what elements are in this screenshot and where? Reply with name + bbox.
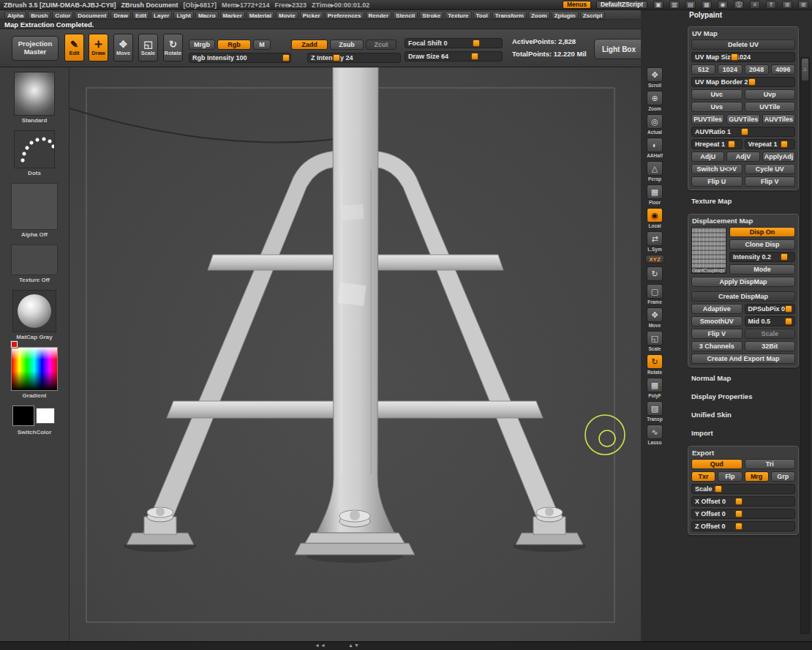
hrepeat-slider[interactable]: Hrepeat 1 (691, 139, 743, 149)
frame-icon[interactable]: ▢ (647, 284, 663, 299)
menu-edit[interactable]: Edit (132, 11, 149, 19)
zscript-badge-icon[interactable]: Ⓢ (734, 1, 744, 9)
export-mrg-button[interactable]: Mrg (745, 471, 769, 482)
shelf-polyf[interactable]: ▦PolyF (647, 378, 663, 398)
shelf-frame[interactable]: ▢Frame (647, 284, 663, 305)
menu-draw[interactable]: Draw (110, 11, 131, 19)
create-dispmap-button[interactable]: Create DispMap (691, 291, 795, 302)
bottom-scroll-left-icon[interactable]: ◄◄ (315, 643, 326, 648)
z-intensity-slider[interactable]: Z Intensity 24 (307, 53, 401, 63)
menus-button[interactable]: Menus (563, 1, 591, 9)
menu-stroke[interactable]: Stroke (419, 11, 443, 19)
menu-alpha[interactable]: Alpha (4, 11, 26, 19)
menu-marker[interactable]: Marker (220, 11, 245, 19)
focal-shift-slider[interactable]: Focal Shift 0 (405, 38, 503, 48)
uv-map-border-handle[interactable] (748, 78, 756, 86)
applyadj-button[interactable]: ApplyAdj (762, 152, 795, 162)
delete-uv-button[interactable]: Delete UV (691, 40, 795, 50)
menu-layer[interactable]: Layer (151, 11, 172, 19)
panels-icon[interactable]: ▥ (669, 1, 680, 9)
disp-scale-button[interactable]: Scale (745, 329, 796, 339)
texture-selector[interactable]: Texture Off (11, 244, 58, 283)
export-title[interactable]: Export (692, 449, 795, 457)
texture-map-section-header[interactable]: Texture Map (688, 195, 799, 206)
export-txr-button[interactable]: Txr (691, 471, 715, 482)
zsub-button[interactable]: Zsub (330, 40, 364, 50)
color-gradient-picker[interactable]: Gradient (11, 347, 58, 399)
z-offset-slider[interactable]: Z Offset 0 (691, 521, 795, 531)
disp-flip-v-button[interactable]: Flip V (691, 329, 743, 339)
shelf-zoom[interactable]: ⊕Zoom (647, 91, 663, 111)
move-3d-icon[interactable]: ✥ (647, 307, 663, 322)
uv-map-border-slider[interactable]: UV Map Border 2 (691, 77, 795, 87)
menu-brush[interactable]: Brush (28, 11, 50, 19)
mid-handle[interactable] (785, 318, 792, 325)
lsym-icon[interactable]: ⇄ (647, 231, 663, 246)
edit-button[interactable]: ✎ Edit (64, 34, 84, 61)
shelf-move[interactable]: ✥Move (647, 307, 663, 328)
material-selector[interactable]: MatCap Gray (12, 290, 56, 340)
window-tile-icon[interactable]: ⊞ (782, 1, 792, 9)
rgb-button[interactable]: Rgb (217, 40, 251, 50)
menu-picker[interactable]: Picker (300, 11, 323, 19)
aahalf-icon[interactable]: ◐ (647, 138, 663, 152)
flip-u-button[interactable]: Flip U (691, 176, 743, 187)
main-color-swatch[interactable] (12, 406, 34, 426)
transparency-icon[interactable]: ▨ (647, 401, 663, 416)
shelf-floor[interactable]: ▦Floor (647, 184, 663, 205)
default-zscript-button[interactable]: DefaultZScript (596, 1, 647, 9)
switch-color-swatches[interactable] (11, 406, 58, 427)
doc-pages-icon[interactable]: ▤ (685, 1, 696, 9)
shelf-spin[interactable]: ↻ (647, 266, 663, 281)
menu-zoom[interactable]: Zoom (528, 11, 550, 19)
lasso-icon[interactable]: ∿ (647, 425, 663, 439)
menu-light[interactable]: Light (173, 11, 194, 19)
menu-texture[interactable]: Texture (445, 11, 471, 19)
export-grp-button[interactable]: Grp (771, 471, 795, 482)
menu-zscript[interactable]: Zscript (580, 11, 606, 19)
scale-3d-icon[interactable]: ◱ (647, 331, 663, 345)
zoom-icon[interactable]: ⊕ (647, 91, 663, 105)
m-button[interactable]: M (253, 40, 271, 50)
flip-v-button[interactable]: Flip V (745, 176, 796, 187)
texture-thumbnail[interactable] (11, 244, 58, 275)
y-offset-handle[interactable] (735, 510, 743, 518)
rotate-3d-icon[interactable]: ↻ (647, 354, 663, 369)
zadd-button[interactable]: Zadd (291, 40, 328, 50)
split-view-icon[interactable]: ▣ (653, 1, 663, 9)
draw-button[interactable]: ✛ Draw (89, 34, 108, 61)
light-box-button[interactable]: Light Box (594, 39, 644, 59)
bit-depth-button[interactable]: 32Bit (745, 341, 796, 351)
uv-map-size-handle[interactable] (731, 53, 738, 61)
tray-scrollbar-thumb[interactable]: ≡ (802, 59, 808, 81)
zcut-button[interactable]: Zcut (366, 40, 396, 50)
shelf-transp[interactable]: ▨Transp (647, 401, 663, 422)
menu-zplugin[interactable]: Zplugin (552, 11, 579, 19)
rotate-button[interactable]: ↻ Rotate (163, 34, 183, 61)
alpha-thumbnail[interactable] (11, 183, 58, 230)
menu-transform[interactable]: Transform (492, 11, 527, 19)
uv-size-1024-button[interactable]: 1024 (718, 64, 742, 75)
hrepeat-handle[interactable] (728, 141, 735, 148)
persp-icon[interactable]: △ (647, 161, 663, 176)
guvtiles-button[interactable]: GUVTiles (726, 114, 759, 124)
normal-map-section-header[interactable]: Normal Map (688, 373, 799, 384)
tray-scrollbar[interactable]: ≡ (800, 57, 810, 634)
disp-mode-button[interactable]: Mode (729, 264, 795, 274)
x-offset-handle[interactable] (735, 498, 743, 505)
menu-color[interactable]: Color (52, 11, 73, 19)
clone-disp-button[interactable]: Clone Disp (729, 239, 795, 250)
shelf-scroll[interactable]: ✥Scroll (647, 67, 663, 88)
shelf-aahalf[interactable]: ◐AAHalf (647, 138, 663, 158)
puvtiles-button[interactable]: PUVTiles (691, 114, 724, 124)
shelf-xyz[interactable]: XYZ (645, 255, 664, 264)
export-tri-button[interactable]: Tri (745, 459, 796, 469)
expand-up-icon[interactable]: ⇑ (766, 1, 776, 9)
material-thumbnail[interactable] (12, 290, 56, 332)
secondary-color-swatch[interactable] (36, 408, 55, 424)
channels-button[interactable]: 3 Channels (691, 341, 743, 351)
rgb-intensity-handle[interactable] (282, 54, 290, 61)
adjv-button[interactable]: AdjV (726, 152, 759, 162)
spin-icon[interactable]: ↻ (647, 266, 663, 281)
display-properties-section-header[interactable]: Display Properties (688, 391, 799, 402)
